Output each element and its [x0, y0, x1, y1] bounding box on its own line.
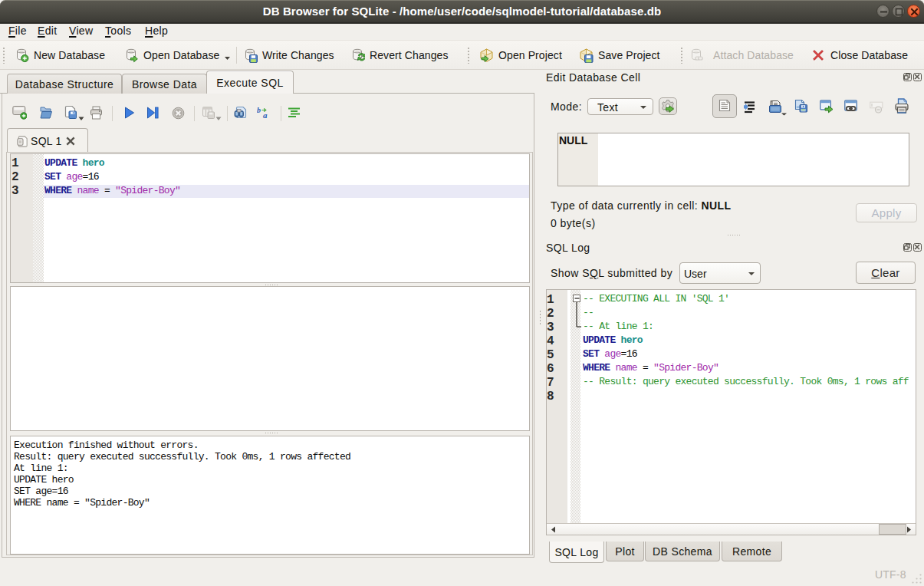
svg-text:a: a [263, 110, 268, 120]
svg-text:b: b [257, 107, 261, 114]
